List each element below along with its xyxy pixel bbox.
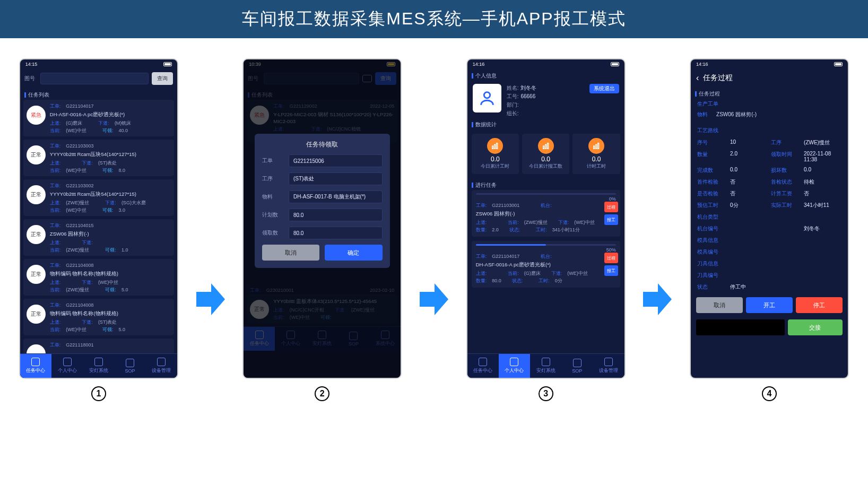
user-icon	[63, 358, 72, 366]
svg-marker-1	[420, 283, 448, 315]
bottom-nav: 任务中心 个人中心 安灯系统 SOP 设备管理	[20, 353, 177, 378]
modal-proc[interactable]: (ST)表处	[289, 172, 383, 185]
process-button[interactable]: 过程	[604, 253, 618, 263]
status-bar: 14:15	[20, 59, 177, 69]
nav-device[interactable]: 设备管理	[593, 354, 624, 378]
stat-card: 0.0今日累计工时	[472, 134, 519, 174]
search-row: 图号 查询	[20, 69, 177, 88]
nav-device[interactable]: 设备管理	[146, 354, 177, 378]
priority-badge: 正常	[27, 265, 46, 284]
task-card[interactable]: 工单:G221118001	[23, 339, 174, 353]
step-2: 2	[315, 386, 329, 401]
bottom-nav: 任务中心 个人中心 安灯系统 SOP 设备管理	[467, 353, 624, 378]
step-3: 3	[539, 386, 553, 401]
svg-rect-9	[594, 146, 595, 149]
modal-overlay: 任务待领取 工单G221215006 工序(ST)表处 物料DH-ASF-001…	[244, 59, 401, 378]
phone-4: 14:16 ‹ 任务过程 任务过程 生产工单 物料ZSW06 园林剪(-) 工艺…	[691, 59, 848, 378]
stats-row: 0.0今日累计工时 0.0今日累计报工数 0.0计时工时	[467, 129, 624, 178]
drawing-input[interactable]	[40, 73, 149, 84]
nav-personal[interactable]: 个人中心	[499, 354, 530, 378]
shield-icon	[94, 358, 103, 366]
report-button[interactable]: 报工	[604, 214, 618, 225]
svg-rect-3	[492, 146, 493, 149]
profile: 姓名:刘冬冬 系统退出 工号:66666 部门: 组长:	[467, 81, 624, 118]
page-title: 车间报工数据采集MES系统—手机APP报工模式	[0, 0, 868, 38]
drawing-label: 图号	[24, 75, 37, 82]
modal-plan-qty[interactable]: 80.0	[289, 209, 383, 221]
chart-icon	[588, 138, 604, 154]
nav-andon[interactable]: 安灯系统	[530, 354, 561, 378]
progress-card[interactable]: 50% 工单:G221104017机台: DH-ASF-0016-A pc磨砂透…	[472, 241, 620, 288]
svg-rect-8	[547, 143, 548, 149]
priority-badge: 正常	[27, 145, 46, 164]
svg-rect-10	[596, 144, 597, 149]
task-card[interactable]: 正常 工单:G221103003 YYYY0b2ttt Rcam压块54(140…	[23, 140, 174, 176]
nav-tasks[interactable]: 任务中心	[467, 354, 499, 378]
svg-rect-5	[497, 143, 498, 149]
arrow-icon	[196, 59, 225, 401]
clipboard-icon	[31, 358, 40, 366]
cancel-button[interactable]: 取消	[696, 297, 743, 313]
stat-card: 0.0计时工时	[572, 134, 620, 174]
priority-badge: 紧急	[27, 106, 46, 125]
avatar	[473, 84, 501, 112]
server-icon	[157, 358, 166, 366]
svg-point-2	[484, 92, 490, 98]
battery-icon	[163, 62, 172, 66]
nav-sop[interactable]: SOP	[561, 354, 593, 378]
priority-badge: 正常	[27, 305, 46, 324]
screen-title: 任务过程	[703, 73, 733, 83]
chart-icon	[487, 138, 503, 154]
nav-personal[interactable]: 个人中心	[51, 354, 83, 378]
task-card[interactable]: 紧急 工单:G221104017 DH-ASF-0016-A pc磨砂透光板(*…	[23, 100, 174, 136]
task-card[interactable]: 正常 工单:G221104015 ZSW06 园林剪(-) 上道:下道: 当前:…	[23, 219, 174, 256]
task-card[interactable]: 正常 工单:G221103002 YYYY0b2ttt Rcam压块54(140…	[23, 179, 174, 216]
nav-andon[interactable]: 安灯系统	[83, 354, 114, 378]
confirm-button[interactable]: 确定	[325, 245, 382, 261]
start-button[interactable]: 开工	[746, 297, 793, 313]
step-4: 4	[762, 386, 777, 401]
query-button[interactable]: 查询	[152, 72, 173, 85]
priority-badge: 正常	[27, 185, 46, 204]
logout-button[interactable]: 系统退出	[589, 84, 619, 93]
handover-button[interactable]: 交接	[788, 319, 843, 335]
svg-rect-6	[543, 146, 544, 149]
phone-3: 14:16 个人信息 姓名:刘冬冬 系统退出 工号:66666 部门: 组长: …	[467, 59, 624, 378]
battery-icon	[611, 62, 619, 66]
back-button[interactable]: ‹	[696, 73, 699, 83]
step-1: 1	[91, 386, 106, 401]
process-button[interactable]: 过程	[604, 202, 618, 212]
task-card[interactable]: 正常 工单:G221104008 物料编码 物料名称(物料规格) 上道:下道:(…	[23, 299, 174, 335]
dark-input[interactable]	[696, 319, 785, 335]
modal-take-qty[interactable]: 80.0	[289, 227, 383, 239]
arrow-icon	[643, 59, 672, 401]
phone-1: 14:15 图号 查询 任务列表 紧急 工单:G221104017 DH-ASF…	[20, 59, 177, 378]
nav-sop[interactable]: SOP	[114, 354, 145, 378]
svg-rect-4	[494, 144, 496, 149]
chart-icon	[538, 138, 554, 154]
detail-grid: 序号10工序(ZWE)慢丝 数量2.0领取时间2022-11-08 11:38 …	[691, 136, 848, 294]
arrow-icon	[420, 59, 448, 401]
task-card[interactable]: 正常 工单:G221104008 物料编码 物料名称(物料规格) 上道:下道:(…	[23, 259, 174, 296]
canvas: 14:15 图号 查询 任务列表 紧急 工单:G221104017 DH-ASF…	[0, 38, 868, 406]
modal-title: 任务待领取	[262, 140, 383, 149]
battery-icon	[834, 62, 843, 66]
doc-icon	[126, 359, 134, 367]
priority-badge	[27, 344, 46, 353]
section-task-list: 任务列表	[20, 88, 177, 100]
progress-card[interactable]: 0% 工单:G221103001机台: ZSW06 园林剪(-) 上道:当前:(…	[472, 190, 620, 237]
task-list: 紧急 工单:G221104017 DH-ASF-0016-A pc磨砂透光板(*…	[20, 100, 177, 353]
phone-2: 10:39 图号 查询 任务列表 紧急 工单:G2211290022022-12…	[244, 59, 401, 378]
modal-material[interactable]: DH-ASF-0017-B 电脑主机架(*)	[289, 190, 383, 203]
stat-card: 0.0今日累计报工数	[522, 134, 569, 174]
stop-button[interactable]: 停工	[796, 297, 843, 313]
report-button[interactable]: 报工	[604, 265, 618, 276]
nav-tasks[interactable]: 任务中心	[20, 354, 51, 378]
svg-rect-11	[598, 143, 599, 149]
svg-marker-0	[196, 283, 225, 315]
task-claim-modal: 任务待领取 工单G221215006 工序(ST)表处 物料DH-ASF-001…	[255, 134, 390, 268]
modal-wo[interactable]: G221215006	[289, 154, 383, 167]
cancel-button[interactable]: 取消	[262, 245, 319, 261]
svg-rect-7	[545, 144, 546, 149]
svg-marker-12	[643, 283, 672, 315]
